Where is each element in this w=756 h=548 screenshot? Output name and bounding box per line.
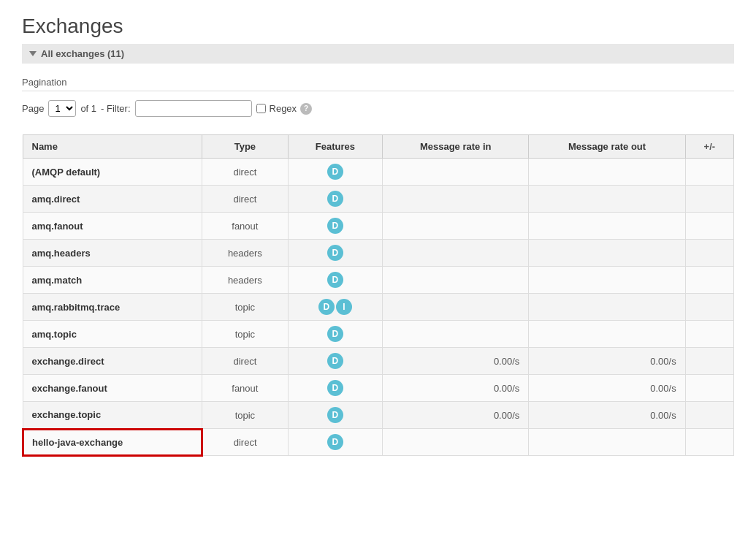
table-row[interactable]: amq.matchheadersD: [23, 267, 734, 294]
exchange-name[interactable]: exchange.topic: [23, 402, 202, 429]
table-row[interactable]: amq.rabbitmq.tracetopicDI: [23, 294, 734, 321]
exchange-features: D: [288, 348, 382, 375]
exchange-features: D: [288, 267, 382, 294]
table-row[interactable]: amq.headersheadersD: [23, 240, 734, 267]
plus-minus-cell: [685, 159, 733, 186]
col-features: Features: [288, 135, 382, 159]
exchange-features: DI: [288, 294, 382, 321]
table-row[interactable]: exchange.fanoutfanoutD0.00/s0.00/s: [23, 375, 734, 402]
table-row[interactable]: amq.fanoutfanoutD: [23, 213, 734, 240]
message-rate-in: [383, 429, 529, 456]
regex-checkbox[interactable]: [256, 104, 266, 113]
exchange-name[interactable]: amq.fanout: [23, 213, 202, 240]
message-rate-out: 0.00/s: [529, 348, 685, 375]
message-rate-in: [383, 294, 529, 321]
message-rate-in: [383, 159, 529, 186]
table-row[interactable]: exchange.directdirectD0.00/s0.00/s: [23, 348, 734, 375]
all-exchanges-bar[interactable]: All exchanges (11): [22, 44, 734, 64]
durable-badge: D: [318, 299, 335, 315]
message-rate-out: 0.00/s: [529, 375, 685, 402]
page-select[interactable]: 1: [48, 100, 76, 117]
message-rate-in: [383, 213, 529, 240]
plus-minus-cell: [685, 213, 733, 240]
exchange-features: D: [288, 186, 382, 213]
filter-label: - Filter:: [101, 103, 130, 114]
exchange-name[interactable]: exchange.direct: [23, 348, 202, 375]
durable-badge: D: [327, 218, 343, 234]
col-plus-minus[interactable]: +/-: [685, 135, 733, 159]
table-row[interactable]: hello-java-exchangedirectD: [23, 429, 734, 456]
durable-badge: D: [327, 272, 343, 288]
plus-minus-cell: [685, 429, 733, 456]
exchange-name[interactable]: amq.direct: [23, 186, 202, 213]
exchange-type: fanout: [202, 375, 289, 402]
of-label: of 1: [80, 103, 96, 114]
message-rate-in: 0.00/s: [383, 402, 529, 429]
plus-minus-cell: [685, 402, 733, 429]
message-rate-out: [529, 213, 685, 240]
page-title: Exchanges: [22, 15, 734, 38]
exchange-type: headers: [202, 240, 289, 267]
message-rate-out: [529, 321, 685, 348]
pagination-section-label: Pagination: [22, 77, 734, 91]
table-row[interactable]: (AMQP default)directD: [23, 159, 734, 186]
col-type: Type: [202, 135, 289, 159]
exchange-features: D: [288, 213, 382, 240]
durable-badge: D: [327, 245, 343, 261]
pagination-controls: Page 1 of 1 - Filter: Regex ?: [22, 100, 734, 117]
message-rate-out: [529, 267, 685, 294]
message-rate-out: [529, 186, 685, 213]
plus-minus-cell: [685, 240, 733, 267]
exchange-features: D: [288, 375, 382, 402]
plus-minus-cell: [685, 348, 733, 375]
regex-label: Regex: [270, 103, 297, 114]
filter-input[interactable]: [135, 100, 252, 117]
plus-minus-cell: [685, 186, 733, 213]
durable-badge: D: [327, 191, 343, 207]
message-rate-in: 0.00/s: [383, 348, 529, 375]
message-rate-out: [529, 159, 685, 186]
exchange-type: headers: [202, 267, 289, 294]
message-rate-out: 0.00/s: [529, 402, 685, 429]
message-rate-in: 0.00/s: [383, 375, 529, 402]
all-exchanges-label: All exchanges (11): [41, 48, 124, 59]
durable-badge: D: [327, 164, 343, 180]
col-rate-in: Message rate in: [383, 135, 529, 159]
message-rate-out: [529, 240, 685, 267]
table-row[interactable]: amq.directdirectD: [23, 186, 734, 213]
durable-badge: D: [327, 380, 343, 396]
exchange-name[interactable]: amq.match: [23, 267, 202, 294]
exchange-type: topic: [202, 294, 289, 321]
exchange-type: fanout: [202, 213, 289, 240]
internal-badge: I: [336, 299, 352, 315]
exchange-type: topic: [202, 321, 289, 348]
message-rate-in: [383, 267, 529, 294]
exchange-type: direct: [202, 429, 289, 456]
exchange-features: D: [288, 240, 382, 267]
exchange-type: direct: [202, 186, 289, 213]
exchange-name[interactable]: exchange.fanout: [23, 375, 202, 402]
message-rate-in: [383, 321, 529, 348]
plus-minus-cell: [685, 375, 733, 402]
table-row[interactable]: amq.topictopicD: [23, 321, 734, 348]
durable-badge: D: [327, 353, 343, 369]
exchange-name[interactable]: amq.rabbitmq.trace: [23, 294, 202, 321]
exchange-features: D: [288, 402, 382, 429]
exchange-name[interactable]: (AMQP default): [23, 159, 202, 186]
plus-minus-cell: [685, 294, 733, 321]
exchange-features: D: [288, 159, 382, 186]
exchange-name[interactable]: hello-java-exchange: [23, 429, 202, 456]
help-badge[interactable]: ?: [300, 103, 312, 115]
table-row[interactable]: exchange.topictopicD0.00/s0.00/s: [23, 402, 734, 429]
collapse-icon: [29, 51, 37, 56]
durable-badge: D: [327, 407, 343, 423]
page-label: Page: [22, 103, 44, 114]
regex-area: Regex ?: [256, 103, 313, 115]
exchange-features: D: [288, 429, 382, 456]
exchange-name[interactable]: amq.headers: [23, 240, 202, 267]
message-rate-in: [383, 186, 529, 213]
plus-minus-cell: [685, 267, 733, 294]
col-name: Name: [23, 135, 202, 159]
exchange-name[interactable]: amq.topic: [23, 321, 202, 348]
exchange-features: D: [288, 321, 382, 348]
